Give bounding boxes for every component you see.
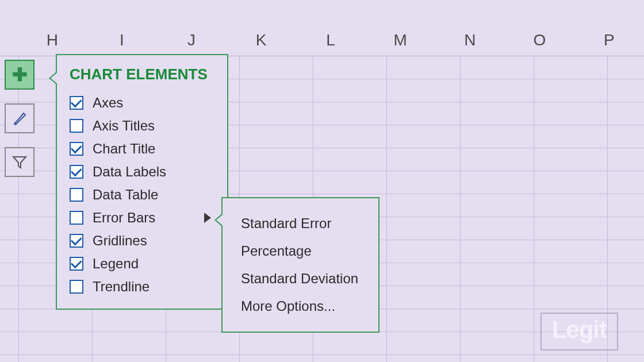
chart-element-trendline[interactable]: Trendline: [67, 275, 220, 298]
chart-filters-button[interactable]: [5, 147, 34, 177]
plus-icon: ✚: [12, 64, 28, 86]
column-header-o[interactable]: O: [505, 29, 574, 56]
checkbox[interactable]: [70, 211, 83, 225]
checkbox[interactable]: [70, 234, 83, 248]
element-label: Chart Title: [93, 141, 155, 157]
column-header-row: H I J K L M N O P: [0, 29, 644, 56]
element-label: Data Labels: [93, 164, 166, 180]
chart-element-legend[interactable]: Legend: [67, 252, 220, 275]
funnel-icon: [11, 153, 28, 171]
checkbox[interactable]: [70, 165, 83, 179]
submenu-item-more-options[interactable]: More Options...: [228, 292, 373, 320]
column-header-k[interactable]: K: [227, 29, 296, 56]
watermark: Legit: [540, 313, 618, 351]
checkbox[interactable]: [70, 119, 83, 133]
chart-element-chart-title[interactable]: Chart Title: [67, 137, 220, 160]
chart-element-data-table[interactable]: Data Table: [67, 183, 220, 206]
chart-element-axis-titles[interactable]: Axis Titles: [67, 114, 220, 137]
popover-title: CHART ELEMENTS: [67, 66, 220, 83]
element-label: Trendline: [93, 279, 150, 295]
chart-styles-button[interactable]: [5, 103, 34, 133]
element-label: Axes: [93, 95, 123, 111]
column-header-l[interactable]: L: [296, 29, 366, 56]
chart-element-data-labels[interactable]: Data Labels: [67, 160, 220, 183]
element-label: Data Table: [93, 187, 158, 203]
chart-element-gridlines[interactable]: Gridlines: [67, 229, 220, 252]
chevron-right-icon: [204, 213, 211, 223]
checkbox[interactable]: [70, 257, 83, 271]
column-header-h[interactable]: H: [17, 29, 87, 56]
chart-element-axes[interactable]: Axes: [67, 91, 220, 114]
paintbrush-icon: [11, 110, 28, 127]
chart-element-error-bars[interactable]: Error Bars: [67, 206, 220, 229]
element-label: Axis Titles: [93, 118, 155, 134]
element-label: Legend: [93, 256, 139, 272]
column-header-m[interactable]: M: [366, 29, 435, 56]
element-label: Gridlines: [93, 233, 147, 249]
element-label: Error Bars: [93, 210, 155, 226]
column-header-i[interactable]: I: [87, 29, 156, 56]
checkbox[interactable]: [70, 280, 83, 294]
column-header-n[interactable]: N: [435, 29, 505, 56]
column-header-j[interactable]: J: [156, 29, 226, 56]
chart-elements-button[interactable]: ✚: [5, 60, 34, 90]
checkbox[interactable]: [70, 96, 83, 110]
watermark-text: Legit: [552, 316, 607, 343]
submenu-item-percentage[interactable]: Percentage: [228, 237, 373, 265]
submenu-item-standard-error[interactable]: Standard Error: [228, 210, 373, 237]
error-bars-submenu: Standard Error Percentage Standard Devia…: [221, 197, 379, 333]
submenu-item-standard-deviation[interactable]: Standard Deviation: [228, 265, 373, 292]
chart-elements-popover: CHART ELEMENTS Axes Axis Titles Chart Ti…: [56, 54, 228, 310]
checkbox[interactable]: [70, 142, 83, 156]
column-header-p[interactable]: P: [574, 29, 644, 56]
chart-toolbar: ✚: [5, 60, 34, 177]
checkbox[interactable]: [70, 188, 83, 202]
